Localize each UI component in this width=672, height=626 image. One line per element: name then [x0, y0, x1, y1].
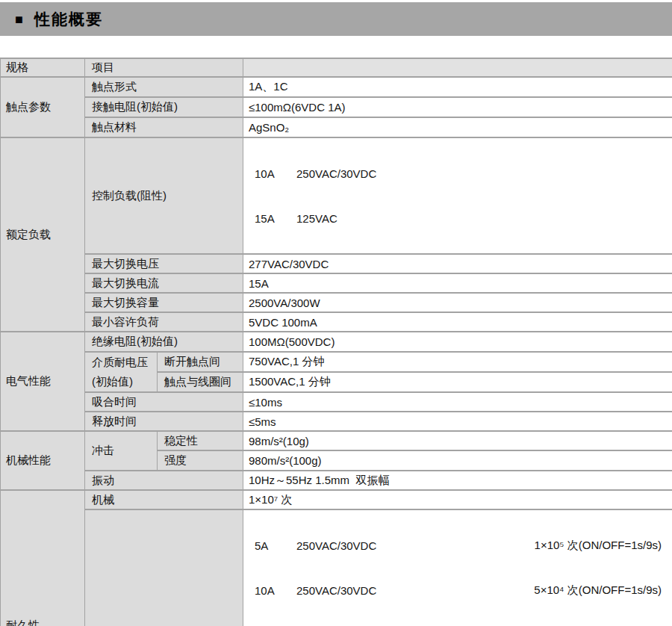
value-max-switching-voltage: 277VAC/30VDC	[243, 254, 672, 273]
spec-table: 规格 项目 触点参数 触点形式 1A、1C 接触电阻(初始值) ≤100mΩ(6…	[0, 58, 672, 626]
section-bullet-icon: ■	[15, 13, 23, 26]
item-min-permissible-load: 最小容许负荷	[85, 312, 243, 332]
item-release-time: 释放时间	[85, 412, 243, 431]
group-contact-params: 触点参数	[1, 77, 85, 137]
load-current: 15A	[255, 212, 296, 225]
header-item: 项目	[85, 58, 243, 77]
load-voltage: 250VAC/30VDC	[296, 167, 376, 180]
life-current: 10A	[255, 584, 296, 597]
item-vibration: 振动	[85, 471, 243, 490]
section-header: ■ 性能概要	[0, 2, 672, 36]
value-contact-material: AgSnO₂	[243, 117, 672, 137]
value-operate-time: ≤10ms	[243, 392, 672, 412]
header-value-cell	[243, 58, 672, 77]
item-operate-time: 吸合时间	[85, 392, 243, 412]
value-control-load: 10A 250VAC/30VDC 15A 125VAC	[243, 137, 672, 254]
value-between-open-contacts: 750VAC,1 分钟	[243, 352, 672, 372]
item-contact-resistance: 接触电阻(初始值)	[85, 97, 243, 117]
value-max-switching-current: 15A	[243, 273, 672, 293]
control-load-line: 15A 125VAC	[249, 208, 672, 228]
value-shock-stability: 98m/s²(10g)	[243, 431, 672, 450]
life-voltage: 250VAC/30VDC	[296, 584, 376, 597]
life-cycles: 5×10⁴ 次(ON/OFF=1s/9s)	[534, 583, 662, 598]
group-rated-load: 额定负载	[1, 137, 85, 332]
group-electrical-performance: 电气性能	[1, 332, 85, 431]
value-vibration: 10Hz～55Hz 1.5mm 双振幅	[243, 471, 672, 490]
group-mechanical-performance: 机械性能	[1, 431, 85, 490]
item-dielectric-strength: 介质耐电压 (初始值)	[85, 352, 158, 392]
item-max-switching-capacity: 最大切换容量	[85, 293, 243, 312]
value-contacts-to-coil: 1500VAC,1 分钟	[243, 372, 672, 392]
item-shock-strength: 强度	[158, 450, 243, 471]
value-shock-strength: 980m/s²(100g)	[243, 450, 672, 471]
life-voltage: 250VAC/30VDC	[296, 539, 376, 552]
electrical-life-line: 5A 250VAC/30VDC 1×10⁵ 次(ON/OFF=1s/9s)	[249, 536, 672, 555]
item-electrical-life: 电气(室温)	[85, 509, 243, 626]
value-min-permissible-load: 5VDC 100mA	[243, 312, 672, 332]
dielectric-label-line2: (初始值)	[92, 372, 157, 391]
electrical-life-line: 10A 250VAC/30VDC 5×10⁴ 次(ON/OFF=1s/9s)	[249, 580, 672, 600]
item-between-open-contacts: 断开触点间	[158, 352, 243, 372]
value-release-time: ≤5ms	[243, 412, 672, 431]
value-electrical-life: 5A 250VAC/30VDC 1×10⁵ 次(ON/OFF=1s/9s) 10…	[243, 509, 672, 626]
item-shock-stability: 稳定性	[158, 431, 243, 450]
item-contact-form: 触点形式	[85, 77, 243, 97]
control-load-line: 10A 250VAC/30VDC	[249, 164, 672, 183]
item-mechanical-life: 机械	[85, 490, 243, 509]
value-insulation-resistance: 100MΩ(500VDC)	[243, 332, 672, 352]
item-shock: 冲击	[85, 431, 158, 471]
group-durability: 耐久性	[1, 490, 85, 626]
item-max-switching-voltage: 最大切换电压	[85, 254, 243, 273]
life-current: 5A	[255, 539, 296, 552]
item-contacts-to-coil: 触点与线圈间	[158, 372, 243, 392]
page-title: 性能概要	[34, 9, 103, 30]
item-insulation-resistance: 绝缘电阻(初始值)	[85, 332, 243, 352]
value-max-switching-capacity: 2500VA/300W	[243, 293, 672, 312]
load-current: 10A	[255, 167, 296, 180]
value-mechanical-life: 1×10⁷ 次	[243, 490, 672, 509]
value-contact-resistance: ≤100mΩ(6VDC 1A)	[243, 97, 672, 117]
life-cycles: 1×10⁵ 次(ON/OFF=1s/9s)	[535, 539, 662, 553]
header-spec: 规格	[1, 58, 85, 77]
value-contact-form: 1A、1C	[243, 77, 672, 97]
item-max-switching-current: 最大切换电流	[85, 273, 243, 293]
item-control-load: 控制负载(阻性)	[85, 137, 243, 254]
item-contact-material: 触点材料	[85, 117, 243, 137]
load-voltage: 125VAC	[296, 212, 337, 225]
dielectric-label-line1: 介质耐电压	[92, 353, 157, 372]
